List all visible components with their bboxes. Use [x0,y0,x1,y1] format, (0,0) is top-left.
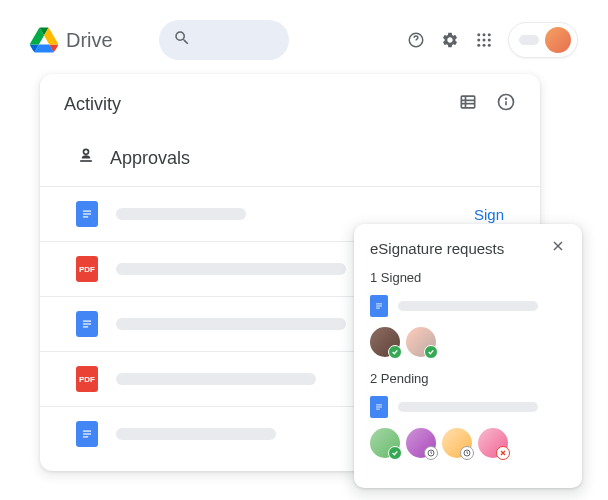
signer-avatar[interactable] [370,428,400,458]
status-group: 2 Pending [370,371,566,458]
popup-title: eSignature requests [370,240,504,257]
status-group: 1 Signed [370,270,566,357]
svg-rect-35 [376,409,380,410]
settings-icon[interactable] [440,30,460,50]
svg-point-6 [488,39,491,42]
svg-rect-20 [83,213,91,214]
drive-logo-icon [30,26,58,54]
status-file-row[interactable] [370,396,566,418]
clock-badge-icon [460,446,474,460]
esignature-popup: eSignature requests 1 Signed2 Pending [354,224,582,488]
signer-avatars [370,428,566,458]
info-icon[interactable] [496,92,516,116]
drive-logo-wrap[interactable]: Drive [30,26,113,54]
help-icon[interactable] [406,30,426,50]
doc-file-icon [76,201,98,227]
svg-rect-32 [376,308,380,309]
svg-rect-21 [83,216,88,217]
svg-rect-24 [83,326,88,327]
search-box[interactable] [159,20,289,60]
account-chip[interactable] [508,22,578,58]
file-name-placeholder [116,208,246,220]
check-badge-icon [388,446,402,460]
svg-point-2 [483,33,486,36]
file-name-placeholder [398,402,538,412]
svg-rect-22 [83,321,91,322]
svg-point-8 [483,44,486,47]
svg-rect-34 [376,407,382,408]
signer-avatar[interactable] [370,327,400,357]
svg-rect-18 [80,160,92,162]
svg-rect-25 [83,431,91,432]
svg-point-3 [488,33,491,36]
status-label: 2 Pending [370,371,566,386]
check-badge-icon [424,345,438,359]
signer-avatar[interactable] [406,327,436,357]
approvals-icon [76,146,96,170]
pdf-file-icon: PDF [76,366,98,392]
doc-file-icon [370,295,388,317]
list-view-icon[interactable] [458,92,478,116]
doc-file-icon [76,311,98,337]
file-name-placeholder [116,428,276,440]
file-name-placeholder [116,263,346,275]
svg-point-5 [483,39,486,42]
svg-rect-26 [83,433,91,434]
sign-button[interactable]: Sign [474,206,504,223]
status-label: 1 Signed [370,270,566,285]
file-name-placeholder [116,373,316,385]
activity-header-icons [458,92,516,116]
popup-header: eSignature requests [370,238,566,258]
signer-avatar[interactable] [478,428,508,458]
approvals-section: Approvals [40,134,540,186]
search-icon [173,29,191,51]
file-name-placeholder [116,318,346,330]
svg-point-9 [488,44,491,47]
signer-avatar[interactable] [442,428,472,458]
app-name: Drive [66,29,113,52]
doc-file-icon [370,396,388,418]
approvals-label: Approvals [110,148,190,169]
activity-header: Activity [40,74,540,134]
svg-point-1 [477,33,480,36]
account-label-placeholder [519,35,539,45]
cross-badge-icon [496,446,510,460]
activity-title: Activity [64,94,121,115]
signer-avatar[interactable] [406,428,436,458]
user-avatar [545,27,571,53]
check-badge-icon [388,345,402,359]
file-name-placeholder [398,301,538,311]
svg-point-16 [506,98,507,99]
svg-rect-31 [376,306,382,307]
doc-file-icon [76,421,98,447]
svg-rect-23 [83,323,91,324]
svg-point-17 [84,149,89,154]
svg-point-7 [477,44,480,47]
svg-rect-27 [83,436,88,437]
header-icons [406,22,578,58]
signer-avatars [370,327,566,357]
apps-icon[interactable] [474,30,494,50]
close-icon[interactable] [550,238,566,258]
svg-rect-19 [83,211,91,212]
status-file-row[interactable] [370,295,566,317]
svg-rect-30 [376,304,382,305]
svg-rect-10 [461,96,474,108]
clock-badge-icon [424,446,438,460]
app-header: Drive [0,0,608,80]
pdf-file-icon: PDF [76,256,98,282]
svg-point-4 [477,39,480,42]
svg-rect-33 [376,405,382,406]
